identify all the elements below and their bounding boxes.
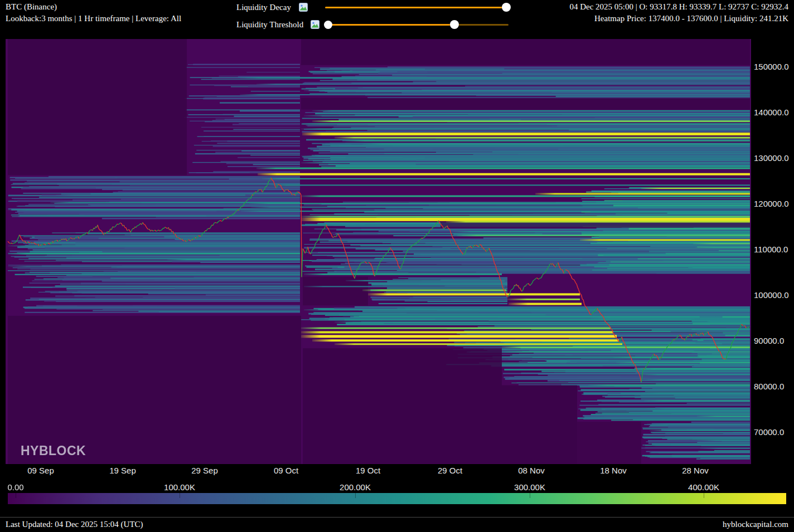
liquidity-threshold-tooltip-image-icon — [311, 20, 319, 29]
lookback-settings-label: Lookback:3 months | 1 Hr timeframe | Lev… — [6, 14, 181, 23]
y-axis-tick-label: 90000.0 — [754, 336, 784, 345]
y-axis-tick-label: 80000.0 — [754, 382, 784, 391]
y-axis-tick-label: 100000.0 — [754, 290, 789, 300]
y-axis-tick-label: 130000.0 — [754, 153, 789, 163]
last-updated-label: Last Updated: 04 Dec 2025 15:04 (UTC) — [6, 520, 143, 529]
liquidity-decay-tooltip-image-icon — [299, 3, 308, 12]
hyblock-watermark: HYBLOCK — [21, 443, 86, 458]
x-axis-tick-label: 28 Nov — [670, 466, 720, 475]
x-axis-tick-label: 08 Nov — [506, 466, 556, 475]
x-axis-tick-label: 29 Sep — [180, 466, 230, 475]
colorbar-tick-label: 300.00K — [505, 482, 555, 492]
y-axis-tick-label: 150000.0 — [754, 62, 789, 71]
ohlc-readout: 04 Dec 2025 05:00 | O: 93317.8 H: 93339.… — [569, 2, 788, 12]
liquidity-decay-slider-track[interactable] — [325, 7, 509, 8]
liquidity-threshold-slider-track-rest[interactable] — [454, 24, 509, 26]
colorbar-tick-mark — [355, 493, 356, 498]
liquidity-threshold-label: Liquidity Threshold — [236, 20, 303, 30]
colorbar-tick-label: 200.00K — [330, 482, 380, 492]
heatmap-price-readout: Heatmap Price: 137400.0 - 137600.0 | Liq… — [594, 14, 788, 23]
x-axis-tick-label: 19 Oct — [343, 466, 393, 475]
colorbar-tick-label: 100.00K — [154, 482, 205, 492]
x-axis-tick-label: 09 Sep — [16, 466, 66, 475]
footer-divider — [0, 517, 794, 518]
y-axis-tick-label: 70000.0 — [754, 427, 784, 437]
x-axis-tick-label: 09 Oct — [261, 466, 311, 475]
x-axis-tick-label: 29 Oct — [425, 466, 475, 475]
colorbar-tick-label: 400.00K — [679, 482, 729, 492]
symbol-title: BTC (Binance) — [6, 2, 57, 12]
x-axis-tick-label: 19 Sep — [98, 466, 148, 475]
liquidity-colorbar — [8, 493, 786, 504]
colorbar-tick-mark — [180, 493, 180, 498]
liquidity-decay-label: Liquidity Decay — [236, 3, 291, 12]
x-axis-tick-label: 18 Nov — [588, 466, 638, 475]
colorbar-tick-label: 0.00 — [0, 482, 41, 492]
liquidity-threshold-slider-track-filled[interactable] — [326, 24, 454, 26]
liquidation-heatmap-canvas[interactable] — [6, 39, 751, 464]
y-axis-tick-label: 140000.0 — [754, 108, 789, 117]
y-axis-tick-label: 110000.0 — [754, 245, 788, 254]
liquidity-decay-slider-thumb[interactable] — [502, 3, 511, 12]
colorbar-tick-mark — [704, 493, 704, 498]
colorbar-tick-mark — [530, 493, 530, 498]
y-axis-tick-label: 120000.0 — [754, 199, 789, 208]
liquidity-threshold-min-handle[interactable] — [324, 21, 332, 29]
liquidity-threshold-slider-thumb[interactable] — [450, 20, 459, 29]
colorbar-tick-mark — [16, 493, 16, 498]
site-link[interactable]: hyblockcapital.com — [723, 520, 788, 529]
